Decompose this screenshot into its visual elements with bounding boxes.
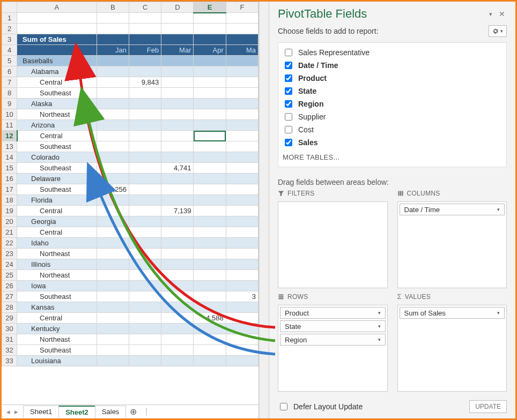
pivot-row-label[interactable]: Kentucky — [17, 324, 97, 334]
pivot-cell[interactable] — [226, 324, 258, 334]
pivot-col-label[interactable]: Jan — [97, 45, 129, 56]
pivot-row-label[interactable]: Central — [17, 131, 97, 141]
pivot-cell[interactable] — [97, 302, 129, 313]
field-checkbox[interactable] — [285, 113, 292, 121]
pivot-cell[interactable] — [226, 249, 258, 259]
row-header[interactable]: 10 — [2, 109, 17, 120]
row-header[interactable]: 24 — [2, 259, 17, 270]
pivot-col-label[interactable]: Apr — [194, 45, 226, 56]
pivot-row-label[interactable]: Louisiana — [17, 356, 97, 366]
pivot-cell[interactable] — [97, 120, 129, 131]
pivot-cell[interactable] — [161, 227, 194, 238]
row-header[interactable]: 15 — [2, 163, 17, 174]
pivot-cell[interactable] — [161, 88, 194, 99]
cell[interactable] — [97, 24, 129, 34]
pivot-row-label[interactable]: Northeast — [17, 249, 97, 259]
pivot-cell[interactable] — [97, 334, 129, 345]
row-header[interactable]: 28 — [2, 302, 17, 313]
row-header[interactable]: 3 — [2, 34, 17, 45]
pivot-row-label[interactable]: Illinois — [17, 259, 97, 270]
pivot-cell[interactable] — [161, 99, 194, 109]
pivot-row-label[interactable]: Arizona — [17, 120, 97, 131]
pivot-cell[interactable] — [97, 152, 129, 163]
pivot-cell[interactable] — [161, 313, 194, 324]
pivot-cell[interactable] — [129, 109, 161, 120]
pivot-cell[interactable] — [97, 227, 129, 238]
pivot-cell[interactable] — [226, 174, 258, 184]
field-chip[interactable]: Product▾ — [280, 307, 386, 319]
pane-close-icon[interactable]: ✕ — [497, 10, 507, 18]
tab-options-icon[interactable]: ┊ — [141, 408, 152, 416]
row-header[interactable]: 12 — [2, 131, 17, 141]
pivot-cell[interactable] — [97, 259, 129, 270]
pivot-cell[interactable] — [129, 270, 161, 281]
pivot-cell[interactable] — [161, 195, 194, 206]
rows-drop-area[interactable]: Product▾State▾Region▾ — [278, 305, 388, 392]
pivot-row-label[interactable]: Central — [17, 227, 97, 238]
field-checkbox[interactable] — [285, 87, 292, 95]
pivot-cell[interactable] — [97, 195, 129, 206]
pivot-cell[interactable] — [194, 281, 226, 291]
pivot-row-label[interactable]: Central — [17, 206, 97, 216]
pivot-cell[interactable] — [97, 238, 129, 249]
select-all-cell[interactable] — [2, 2, 17, 13]
pivot-cell[interactable] — [161, 216, 194, 227]
row-header[interactable]: 23 — [2, 249, 17, 259]
pivot-cell[interactable] — [161, 131, 194, 141]
cell[interactable] — [161, 13, 194, 24]
pivot-cell[interactable] — [226, 270, 258, 281]
row-header[interactable]: 16 — [2, 174, 17, 184]
pivot-row-label[interactable]: Southeast — [17, 88, 97, 99]
cell[interactable] — [194, 34, 226, 45]
row-header[interactable]: 1 — [2, 13, 17, 24]
pivot-cell[interactable] — [129, 291, 161, 302]
pivot-cell[interactable] — [226, 99, 258, 109]
pivot-cell[interactable]: 3 — [226, 291, 258, 302]
cell[interactable] — [17, 24, 97, 34]
row-header[interactable]: 7 — [2, 77, 17, 88]
field-chip[interactable]: Sum of Sales▾ — [400, 307, 505, 319]
pivot-cell[interactable] — [226, 227, 258, 238]
pivot-cell[interactable] — [129, 334, 161, 345]
chevron-down-icon[interactable]: ▾ — [378, 337, 381, 342]
pivot-cell[interactable] — [194, 216, 226, 227]
field-row[interactable]: State — [283, 85, 502, 98]
pivot-cell[interactable] — [194, 291, 226, 302]
pivot-cell[interactable] — [97, 174, 129, 184]
pivot-cell[interactable] — [194, 56, 226, 66]
pivot-cell[interactable] — [129, 174, 161, 184]
pivot-cell[interactable] — [97, 324, 129, 334]
cell[interactable] — [129, 24, 161, 34]
pivot-cell[interactable] — [226, 345, 258, 356]
pivot-cell[interactable] — [194, 163, 226, 174]
pivot-cell[interactable] — [161, 120, 194, 131]
cell[interactable] — [17, 13, 97, 24]
pivot-cell[interactable] — [161, 141, 194, 152]
pivot-cell[interactable]: 7,139 — [161, 206, 194, 216]
field-chip[interactable]: State▾ — [280, 320, 386, 332]
pivot-row-label[interactable]: Kansas — [17, 302, 97, 313]
pivot-row-label[interactable]: Alabama — [17, 66, 97, 77]
cell[interactable] — [161, 24, 194, 34]
cell[interactable] — [97, 13, 129, 24]
pivot-cell[interactable] — [194, 249, 226, 259]
field-checkbox[interactable] — [285, 62, 292, 69]
pivot-cell[interactable] — [97, 313, 129, 324]
pivot-cell[interactable] — [129, 195, 161, 206]
cell[interactable] — [17, 45, 97, 56]
field-row[interactable]: Product — [283, 72, 502, 85]
pivot-cell[interactable] — [129, 163, 161, 174]
pivot-cell[interactable] — [129, 56, 161, 66]
pivot-cell[interactable] — [161, 238, 194, 249]
pivot-cell[interactable] — [97, 88, 129, 99]
pivot-cell[interactable] — [226, 120, 258, 131]
vertical-scrollbar[interactable] — [259, 2, 269, 418]
col-header-F[interactable]: F — [226, 2, 258, 13]
pivot-cell[interactable] — [161, 281, 194, 291]
cell[interactable] — [161, 34, 194, 45]
field-list-options-button[interactable]: ▾ — [489, 25, 507, 37]
pivot-row-label[interactable]: Southeast — [17, 141, 97, 152]
pivot-cell[interactable] — [129, 249, 161, 259]
row-header[interactable]: 32 — [2, 345, 17, 356]
sheet-tab-sheet1[interactable]: Sheet1 — [23, 406, 59, 418]
